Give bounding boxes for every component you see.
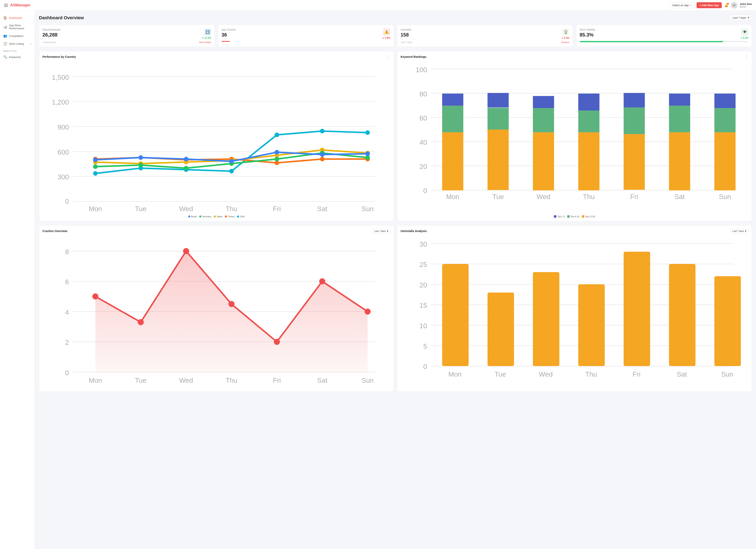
svg-text:Mon: Mon: [89, 205, 102, 213]
svg-text:Wed: Wed: [179, 205, 193, 213]
stat-change: ↗ 5.2%: [740, 36, 748, 39]
sidebar-item-competitors[interactable]: 👥 Competitors: [0, 32, 35, 40]
select-app-dropdown[interactable]: Select an App ▾: [670, 2, 694, 8]
legend-dot-usa: [237, 215, 239, 218]
stat-label: Total Downloads: [42, 28, 60, 31]
svg-text:Sun: Sun: [362, 205, 374, 213]
svg-text:Tue: Tue: [495, 370, 506, 378]
legend-rect-top4-10: [567, 215, 570, 218]
search-icon: 🔍: [3, 55, 7, 59]
svg-text:Wed: Wed: [539, 370, 553, 378]
keyword-rankings-card: Keyword Rankings ⋮ 100 80 60 40 20: [397, 51, 752, 221]
user-role: Admin: [740, 6, 752, 8]
listing-icon: 📋: [3, 42, 7, 46]
performance-chart: 1,500 1,200 900 600 300 0 Mon Tue Wed Th…: [42, 62, 390, 213]
data-point: [229, 301, 235, 307]
svg-text:Sat: Sat: [677, 370, 687, 378]
legend-item-top4-10: Top 4-10: [567, 215, 579, 218]
svg-text:900: 900: [58, 123, 69, 131]
chart-menu-icon[interactable]: ⋮: [745, 55, 748, 59]
sidebar-item-label: Store Listing: [9, 42, 24, 45]
svg-text:Thu: Thu: [585, 370, 597, 378]
chart-header: Performance by Country ⋮: [42, 55, 390, 59]
stat-value: 158: [401, 32, 411, 38]
stat-footer: Last 7 days Analyze: [401, 41, 569, 43]
svg-point-25: [365, 130, 370, 135]
stat-cards-grid: Total Downloads 26,288 ⬇️ ↗ 12.5% vs las…: [39, 25, 752, 47]
stat-change: ↘ 3.8%: [382, 36, 390, 39]
bar: [533, 272, 559, 366]
bar: [714, 93, 736, 108]
svg-text:Fri: Fri: [273, 376, 281, 384]
crashes-filter-dropdown[interactable]: Last 7 days ⬍: [372, 229, 390, 233]
chart-header: Keyword Rankings ⋮: [401, 55, 748, 59]
uninstall-icon: 🗑️: [562, 28, 569, 36]
stat-footer-text: vs last period: [42, 41, 56, 43]
stat-card-header: Store Visibility 85.3% 👁️ ↗ 5.2%: [580, 28, 749, 39]
stat-value: 85.3%: [580, 32, 595, 38]
svg-text:2: 2: [65, 339, 69, 346]
app-logo: ASManager: [10, 3, 31, 7]
legend-item-usa: USA: [237, 215, 245, 218]
chart-icon: 📊: [3, 25, 7, 29]
svg-text:40: 40: [419, 139, 427, 146]
legend-item-spain: Spain: [214, 215, 222, 218]
competitors-icon: 👥: [3, 34, 7, 38]
chart-header: Uninstalls Analysis Last 7 days ⬍: [401, 229, 748, 233]
chart-title: Performance by Country: [42, 55, 76, 58]
visibility-icon: 👁️: [741, 28, 748, 36]
uninstalls-filter-dropdown[interactable]: Last 7 days ⬍: [731, 229, 748, 233]
svg-text:Tue: Tue: [135, 376, 147, 384]
bar: [624, 93, 645, 107]
svg-point-50: [229, 159, 234, 164]
stat-card-app-crashes: App Crashes 36 ⚠️ ↘ 3.8%: [218, 25, 394, 47]
svg-text:Wed: Wed: [179, 376, 193, 384]
bar: [669, 264, 696, 366]
stat-label: Store Visibility: [580, 28, 595, 31]
svg-text:20: 20: [419, 281, 427, 289]
svg-point-44: [275, 157, 279, 161]
bar: [624, 134, 645, 190]
chart-title: Keyword Rankings: [401, 55, 426, 58]
stat-value: 36: [222, 32, 236, 38]
svg-text:Mon: Mon: [448, 370, 462, 378]
stat-card-header: Total Downloads 26,288 ⬇️ ↗ 12.5%: [42, 28, 211, 39]
sidebar-item-app-store-performance[interactable]: 📊 App Store Performance: [0, 22, 35, 32]
chevron-down-icon: ⬍: [387, 230, 388, 232]
svg-text:4: 4: [65, 308, 69, 316]
menu-hamburger[interactable]: [4, 4, 8, 7]
bar: [533, 132, 554, 190]
chevron-down-icon: ▾: [690, 4, 691, 6]
stat-footer-text: Last 7 days: [401, 41, 412, 43]
notifications-bell[interactable]: 🔔: [724, 3, 728, 7]
chevron-down-icon: ⬍: [745, 230, 747, 232]
legend-item-turkey: Turkey: [225, 215, 235, 218]
layout: 🏠 Dashboard 📊 App Store Performance 👥 Co…: [0, 11, 756, 549]
performance-legend: Brazil Germany Spain Turkey: [42, 215, 390, 218]
view-details-link[interactable]: View Details: [199, 41, 211, 43]
data-point: [92, 293, 98, 300]
add-new-app-button[interactable]: + Add New App: [697, 2, 722, 8]
top-charts-row: Performance by Country ⋮ 1,500 1,200 900…: [39, 51, 752, 221]
bar: [487, 130, 509, 190]
svg-point-22: [229, 169, 234, 173]
legend-item-brazil: Brazil: [188, 215, 197, 218]
data-point: [274, 339, 280, 345]
svg-text:Thu: Thu: [226, 205, 237, 213]
crash-mini-bar: [222, 41, 391, 42]
header-left: ASManager: [4, 3, 31, 7]
sidebar-item-keywords[interactable]: 🔍 Keywords: [0, 53, 35, 61]
bar: [714, 108, 736, 132]
sidebar: 🏠 Dashboard 📊 App Store Performance 👥 Co…: [0, 11, 35, 549]
bottom-charts-row: Crashes Overview Last 7 days ⬍ 8 6: [39, 225, 752, 392]
sidebar-item-label: Dashboard: [9, 16, 22, 19]
analyze-link[interactable]: Analyze: [561, 41, 569, 43]
keyword-legend: Top 1-3 Top 4-10 Top 11-50: [401, 215, 748, 218]
stat-value: 26,288: [42, 32, 60, 38]
svg-text:Mon: Mon: [89, 376, 102, 384]
chart-menu-icon[interactable]: ⋮: [387, 55, 390, 59]
user-name: John Doe: [740, 2, 752, 6]
date-filter-dropdown[interactable]: Last 7 days ▾: [730, 15, 752, 21]
sidebar-item-dashboard[interactable]: 🏠 Dashboard: [0, 14, 35, 22]
sidebar-item-store-listing[interactable]: 📋 Store Listing ▾: [0, 40, 35, 48]
